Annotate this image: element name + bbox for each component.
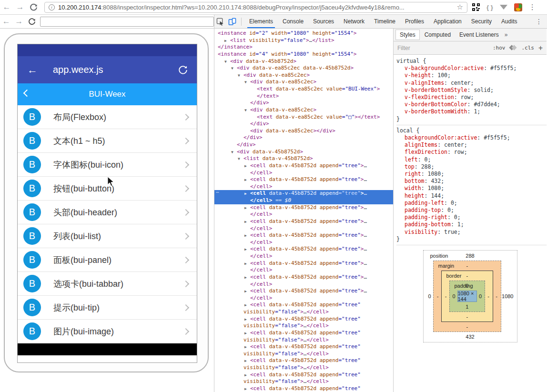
expand-arrow-open-icon[interactable]: ▼ xyxy=(238,72,240,80)
elements-node[interactable]: ▶<cell data-v-45b8752d append="tree" xyxy=(214,385,393,392)
elements-node[interactable]: </cell> xyxy=(214,211,393,218)
elements-node[interactable]: visibility="false">…</cell> xyxy=(214,309,393,316)
css-property[interactable]: flexDirection: row; xyxy=(396,149,547,156)
css-property[interactable]: v-flexDirection: row; xyxy=(396,94,547,101)
expand-arrow-closed-icon[interactable]: ▶ xyxy=(244,177,247,184)
elements-node[interactable]: ▶<cell data-v-45b8752d append="tree">… xyxy=(214,218,393,225)
devtools-tab-profiles[interactable]: Profiles xyxy=(400,15,429,28)
elements-node[interactable]: </div> xyxy=(214,121,393,128)
margin-right-value[interactable]: - xyxy=(493,293,500,299)
border-bottom-value[interactable]: - xyxy=(466,314,468,320)
elements-node[interactable]: ▼<div data-v-ea85c2ec> xyxy=(214,72,393,79)
elements-node[interactable]: </text> xyxy=(214,93,393,100)
elements-node[interactable]: </cell> xyxy=(214,253,393,260)
expand-arrow-closed-icon[interactable]: ▶ xyxy=(244,386,247,392)
expand-arrow-closed-icon[interactable]: ▶ xyxy=(244,246,247,253)
expand-arrow-open-icon[interactable]: ▼ xyxy=(224,59,227,66)
inspector-forward-icon[interactable]: → xyxy=(12,17,25,26)
expand-arrow-closed-icon[interactable]: ▶ xyxy=(244,261,247,268)
inspector-back-icon[interactable]: ← xyxy=(0,17,12,26)
vue-devtools-extension-icon[interactable] xyxy=(500,5,507,10)
expand-arrow-open-icon[interactable]: ▼ xyxy=(244,79,247,86)
expand-arrow-closed-icon[interactable]: ▶ xyxy=(244,288,247,295)
back-icon[interactable]: ← xyxy=(0,2,13,12)
padding-left-value[interactable]: 0 xyxy=(451,293,457,299)
css-property[interactable]: bottom: 432; xyxy=(396,178,547,185)
expand-arrow-open-icon[interactable]: ▼ xyxy=(231,65,233,72)
devtools-menu-icon[interactable]: ⋮ xyxy=(536,18,542,25)
css-property[interactable]: left: 0; xyxy=(396,156,547,163)
margin-bottom-value[interactable]: - xyxy=(466,324,468,330)
elements-node[interactable]: ▼<div data-v-45b8752d> xyxy=(214,149,393,156)
sidebar-tab-styles[interactable]: Styles xyxy=(395,30,420,40)
elements-node[interactable]: ▶<cell data-v-45b8752d append="tree">… xyxy=(214,162,393,170)
css-selector[interactable]: local xyxy=(396,127,413,134)
inspect-element-icon[interactable] xyxy=(216,18,224,26)
position-top-value[interactable]: 288 xyxy=(466,253,474,259)
elements-node[interactable]: ▼<div data-v-ea85c2ec data-v-45b8752d> xyxy=(214,65,393,72)
devtools-tab-security[interactable]: Security xyxy=(466,15,496,28)
border-top-value[interactable]: - xyxy=(466,273,468,279)
border-left-value[interactable]: - xyxy=(443,293,449,299)
list-item[interactable]: B字体图标(bui-icon) xyxy=(18,153,197,177)
elements-node[interactable]: ▶<cell data-v-45b8752d append="tree" xyxy=(214,343,393,351)
css-property[interactable]: top: 288; xyxy=(396,163,547,171)
sidebar-tab-computed[interactable]: Computed xyxy=(421,30,455,40)
css-property[interactable]: v-borderBottomWidth: 1; xyxy=(396,108,547,115)
app-refresh-icon[interactable] xyxy=(178,65,188,75)
elements-node[interactable]: ▶<cell data-v-45b8752d append="tree">… xyxy=(214,288,393,295)
colorful-extension-icon[interactable] xyxy=(514,3,522,11)
elements-node[interactable]: ▶<list visibility="false">…</list> xyxy=(214,37,393,44)
browser-menu-icon[interactable]: ⋮ xyxy=(529,3,536,11)
css-property[interactable]: visibility: true; xyxy=(396,229,547,236)
device-toolbar-icon[interactable] xyxy=(228,18,236,26)
styles-filter-input[interactable]: Filter xyxy=(397,45,493,51)
margin-left-value[interactable]: - xyxy=(435,293,441,299)
elements-node[interactable]: ▶<cell data-v-45b8752d append="tree">… xyxy=(214,260,393,267)
padding-bottom-value[interactable]: 1 xyxy=(466,304,468,310)
devtools-tab-network[interactable]: Network xyxy=(339,15,369,28)
elements-node[interactable]: visibility="false">…</cell> xyxy=(214,322,393,330)
elements-node[interactable]: ▼<list data-v-45b8752d> xyxy=(214,155,393,162)
css-property[interactable]: padding-top: 0; xyxy=(396,207,547,214)
position-left-value[interactable]: 0 xyxy=(426,293,433,299)
expand-arrow-open-icon[interactable]: ▼ xyxy=(238,156,240,163)
elements-node[interactable]: ▶<cell data-v-45b8752d append="tree" xyxy=(214,372,393,379)
devtools-tab-application[interactable]: Application xyxy=(429,15,466,28)
css-property[interactable]: padding-left: 0; xyxy=(396,200,547,207)
list-item[interactable]: B提示(bui-tip) xyxy=(18,296,197,320)
json-formatter-extension-icon[interactable]: { } xyxy=(486,4,493,11)
elements-node[interactable]: </cell> xyxy=(214,295,393,302)
elements-node[interactable]: </cell> xyxy=(214,281,393,288)
elements-node[interactable]: ▶<cell data-v-45b8752d append="tree" xyxy=(214,302,393,309)
expand-arrow-closed-icon[interactable]: ▶ xyxy=(244,163,247,170)
elements-node[interactable]: </div> xyxy=(214,141,393,149)
expand-arrow-closed-icon[interactable]: ▶ xyxy=(244,302,247,309)
elements-node[interactable]: </cell> xyxy=(214,267,393,274)
elements-node[interactable]: </cell> xyxy=(214,183,393,191)
expand-arrow-closed-icon[interactable]: ▶ xyxy=(244,219,247,226)
css-property[interactable]: v-borderBottomStyle: solid; xyxy=(396,87,547,94)
expand-arrow-closed-icon[interactable]: ▶ xyxy=(244,358,247,365)
css-property[interactable]: alignItems: center; xyxy=(396,141,547,149)
elements-node[interactable]: <instance id="2" width="1080" height="15… xyxy=(214,30,393,37)
elements-node[interactable]: visibility="false">…</cell> xyxy=(214,364,393,372)
qr-code-extension-icon[interactable] xyxy=(472,3,480,11)
devtools-tab-timeline[interactable]: Timeline xyxy=(369,15,400,28)
elements-node[interactable]: ▼<div data-v-ea85c2ec> xyxy=(214,107,393,114)
css-property[interactable]: right: 1080; xyxy=(396,171,547,178)
position-bottom-value[interactable]: 432 xyxy=(466,334,474,340)
app-back-icon[interactable]: ← xyxy=(27,64,38,76)
expand-arrow-closed-icon[interactable]: ▶ xyxy=(244,316,247,323)
toggle-class-button[interactable]: .cls xyxy=(521,45,534,51)
bookmark-star-icon[interactable]: ☆ xyxy=(457,3,463,11)
list-item[interactable]: B文本(h1 ~ h5) xyxy=(18,129,197,153)
elements-node[interactable]: </div> xyxy=(214,100,393,107)
element-state-icon[interactable] xyxy=(509,45,517,51)
css-property[interactable]: v-borderBottomColor: #d7dde4; xyxy=(396,101,547,108)
css-property[interactable]: v-height: 100; xyxy=(396,72,547,79)
position-right-value[interactable]: 1080 xyxy=(501,293,514,299)
css-selector[interactable]: virtual xyxy=(396,58,419,64)
list-item[interactable]: B列表(bui-list) xyxy=(18,224,197,248)
elements-node[interactable]: ▼<div data-v-45b8752d> xyxy=(214,58,393,65)
